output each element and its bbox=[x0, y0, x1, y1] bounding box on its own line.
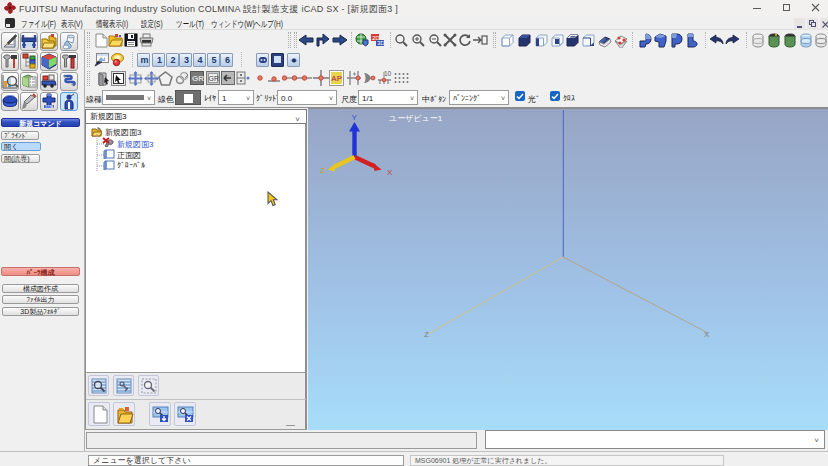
svg-text:3D: 3D bbox=[377, 40, 385, 46]
svg-text:GR: GR bbox=[192, 74, 204, 83]
svg-text:GR: GR bbox=[208, 75, 219, 82]
svg-text:X: X bbox=[704, 330, 710, 339]
svg-text:Z: Z bbox=[424, 330, 429, 339]
svg-text:777A: 777A bbox=[45, 105, 54, 109]
svg-text:10: 10 bbox=[384, 70, 392, 77]
